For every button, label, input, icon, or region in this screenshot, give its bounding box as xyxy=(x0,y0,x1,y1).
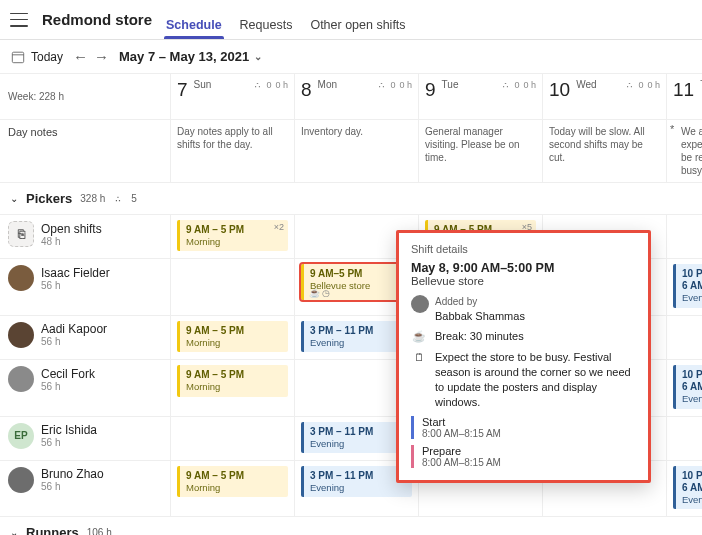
day-num: 11 xyxy=(673,79,694,101)
tab-schedule[interactable]: Schedule xyxy=(166,18,222,39)
avatar[interactable] xyxy=(8,322,34,348)
shift-card[interactable]: 9 AM – 5 PM Morning xyxy=(177,365,288,396)
shift-label: Evening xyxy=(682,393,702,404)
break-text: Break: 30 minutes xyxy=(435,329,524,344)
shift-time: 10 PM – 6 AM xyxy=(682,369,702,393)
chevron-down-icon: ⌄ xyxy=(10,193,18,204)
added-by-name: Babbak Shammas xyxy=(435,309,525,324)
employee-hours: 56 h xyxy=(41,381,95,392)
day-hrs: 0 h xyxy=(399,80,412,90)
coffee-icon: ☕ xyxy=(411,329,427,344)
shift-card[interactable]: 9 AM – 5 PM Morning xyxy=(177,466,288,497)
people-icon: ⛬ xyxy=(501,80,510,90)
day-num: 8 xyxy=(301,79,312,101)
tab-requests[interactable]: Requests xyxy=(240,18,293,39)
shift-label: Morning xyxy=(186,337,282,348)
day-num: 7 xyxy=(177,79,188,101)
note-text: Expect the store to be busy. Festival se… xyxy=(435,350,636,409)
popover-subtitle: Bellevue store xyxy=(411,275,636,287)
shift-label: Evening xyxy=(682,292,702,303)
day-header-sun[interactable]: 7 Sun ⛬00 h xyxy=(170,74,294,119)
shift-label: Morning xyxy=(186,482,282,493)
avatar[interactable]: EP xyxy=(8,423,34,449)
day-note-mon[interactable]: Inventory day. xyxy=(294,120,418,182)
employee-hours: 56 h xyxy=(41,481,104,492)
open-shifts-label: Open shifts xyxy=(41,222,102,236)
day-hrs: 0 h xyxy=(523,80,536,90)
next-week-button[interactable]: → xyxy=(94,48,109,65)
shift-label: Evening xyxy=(310,482,406,493)
people-icon: ⛬ xyxy=(377,80,386,90)
menu-icon[interactable] xyxy=(10,13,28,27)
day-num: 10 xyxy=(549,79,570,101)
open-shift-card[interactable]: 9 AM – 5 PM Morning ×2 xyxy=(177,220,288,251)
activity-start: Start 8:00 AM–8:15 AM xyxy=(411,416,636,439)
group-people: 5 xyxy=(131,193,137,204)
group-name: Pickers xyxy=(26,191,72,206)
day-note-wed[interactable]: Today will be slow. All second shifts ma… xyxy=(542,120,666,182)
avatar[interactable] xyxy=(8,265,34,291)
today-button[interactable]: Today xyxy=(10,49,63,65)
calendar-icon xyxy=(10,49,26,65)
shift-time: 10 PM – 6 AM xyxy=(682,470,702,494)
today-label: Today xyxy=(31,50,63,64)
day-header-tue[interactable]: 9 Tue ⛬00 h xyxy=(418,74,542,119)
popover-heading: Shift details xyxy=(411,243,636,255)
day-header-thu[interactable]: 11 Thu xyxy=(666,74,702,119)
day-header-mon[interactable]: 8 Mon ⛬00 h xyxy=(294,74,418,119)
shift-card[interactable]: 10 PM – 6 AM Evening xyxy=(673,264,702,307)
day-hrs: 0 h xyxy=(275,80,288,90)
shift-time: 9 AM–5 PM xyxy=(310,268,406,280)
avatar[interactable] xyxy=(8,467,34,493)
group-header-pickers[interactable]: ⌄ Pickers 328 h ⛬ 5 xyxy=(0,183,702,215)
store-title: Redmond store xyxy=(42,11,152,28)
shift-time: 3 PM – 11 PM xyxy=(310,325,406,337)
activity-time: 8:00 AM–8:15 AM xyxy=(422,428,636,439)
open-shift-icon: ⎘ xyxy=(8,221,34,247)
date-range-label: May 7 – May 13, 2021 xyxy=(119,49,249,64)
employee-name[interactable]: Eric Ishida xyxy=(41,423,97,437)
employee-name[interactable]: Cecil Fork xyxy=(41,367,95,381)
activity-name: Start xyxy=(422,416,636,428)
people-icon: ⛬ xyxy=(113,193,123,204)
day-note-tue[interactable]: General manager visiting. Please be on t… xyxy=(418,120,542,182)
shift-label: Morning xyxy=(186,381,282,392)
shift-card[interactable]: 9 AM – 5 PM Morning xyxy=(177,321,288,352)
activity-name: Prepare xyxy=(422,445,636,457)
shift-card[interactable]: 10 PM – 6 AM Evening xyxy=(673,365,702,408)
employee-name[interactable]: Bruno Zhao xyxy=(41,467,104,481)
group-header-runners[interactable]: ⌄ Runners 106 h xyxy=(0,517,702,535)
people-icon: ⛬ xyxy=(625,80,634,90)
popover-title: May 8, 9:00 AM–5:00 PM xyxy=(411,261,636,275)
group-hours: 328 h xyxy=(80,193,105,204)
group-hours: 106 h xyxy=(87,527,112,535)
day-note-sun[interactable]: Day notes apply to all shifts for the da… xyxy=(170,120,294,182)
open-shifts-hours: 48 h xyxy=(41,236,102,247)
clock-icon: ◷ xyxy=(322,288,330,299)
day-hrs: 0 h xyxy=(647,80,660,90)
shift-time: 9 AM – 5 PM xyxy=(186,369,282,381)
shift-label: Morning xyxy=(186,236,282,247)
shift-count: ×2 xyxy=(274,222,284,233)
people-icon: ⛬ xyxy=(253,80,262,90)
week-hours-label: Week: 228 h xyxy=(0,74,170,119)
activity-time: 8:00 AM–8:15 AM xyxy=(422,457,636,468)
shift-card[interactable]: 10 PM – 6 AM Evening xyxy=(673,466,702,509)
shift-label: Evening xyxy=(310,438,406,449)
day-header-wed[interactable]: 10 Wed ⛬00 h xyxy=(542,74,666,119)
tab-other-open-shifts[interactable]: Other open shifts xyxy=(310,18,405,39)
employee-hours: 56 h xyxy=(41,280,110,291)
shift-label: Evening xyxy=(682,494,702,505)
chevron-down-icon: ⌄ xyxy=(254,51,262,62)
shift-time: 10 PM – 6 AM xyxy=(682,268,702,292)
avatar[interactable] xyxy=(8,366,34,392)
employee-name[interactable]: Aadi Kapoor xyxy=(41,322,107,336)
day-note-thu[interactable]: *We are expecting be really busy. xyxy=(666,120,702,182)
shift-label: Evening xyxy=(310,337,406,348)
day-notes-label: Day notes xyxy=(0,120,170,182)
date-range-picker[interactable]: May 7 – May 13, 2021 ⌄ xyxy=(119,49,262,64)
employee-name[interactable]: Isaac Fielder xyxy=(41,266,110,280)
prev-week-button[interactable]: ← xyxy=(73,48,88,65)
svg-rect-0 xyxy=(12,52,23,63)
coffee-icon: ☕ xyxy=(309,288,320,299)
